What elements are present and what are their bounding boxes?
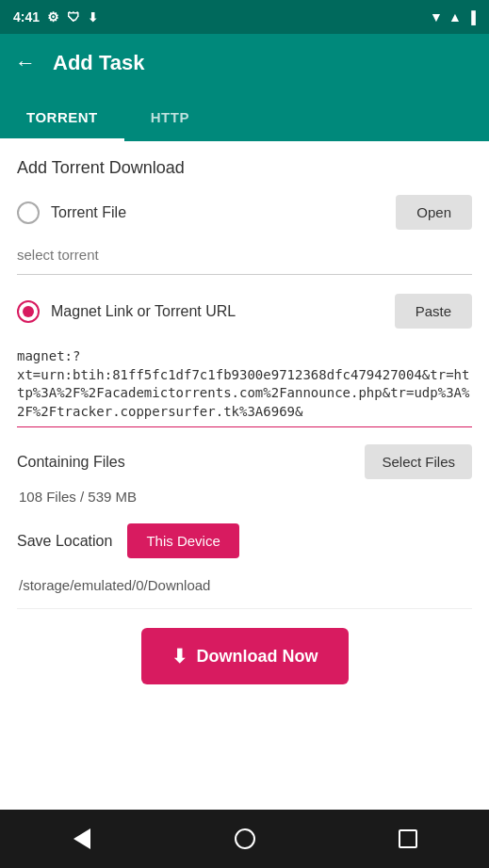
torrent-input[interactable] <box>17 243 472 266</box>
back-button[interactable]: ← <box>15 51 36 75</box>
toolbar: ← Add Task <box>0 34 489 92</box>
shield-icon: 🛡 <box>67 9 80 24</box>
download-icon: ⬇ <box>171 645 187 667</box>
save-location-row: Save Location This Device <box>17 523 472 558</box>
time-display: 4:41 <box>13 9 40 24</box>
back-triangle-icon <box>73 828 90 849</box>
download-now-button[interactable]: ⬇ Download Now <box>141 628 349 684</box>
torrent-file-option-row: Torrent File Open <box>17 195 472 230</box>
section-title: Add Torrent Download <box>17 158 472 178</box>
torrent-input-wrapper <box>17 243 472 275</box>
bottom-nav <box>0 810 489 868</box>
toolbar-title: Add Task <box>53 51 144 75</box>
tab-http[interactable]: HTTP <box>124 92 216 141</box>
status-bar-left: 4:41 ⚙ 🛡 ⬇ <box>13 9 98 24</box>
wifi-icon: ▼ <box>430 9 443 24</box>
magnet-radio[interactable] <box>17 300 40 323</box>
save-location-label: Save Location <box>17 533 112 550</box>
torrent-file-label: Torrent File <box>51 204 126 221</box>
recents-nav-button[interactable] <box>387 818 429 860</box>
tabs-container: TORRENT HTTP <box>0 92 489 141</box>
magnet-option-row: Magnet Link or Torrent URL Paste <box>17 294 472 329</box>
magnet-option-left: Magnet Link or Torrent URL <box>17 300 236 323</box>
download-now-label: Download Now <box>197 647 318 667</box>
this-device-button[interactable]: This Device <box>127 523 238 558</box>
main-content: Add Torrent Download Torrent File Open M… <box>0 141 489 810</box>
recents-square-icon <box>399 829 417 848</box>
storage-path: /storage/emulated/0/Download <box>17 568 472 609</box>
containing-files-label: Containing Files <box>17 454 125 471</box>
magnet-input[interactable] <box>17 342 472 427</box>
battery-icon: ▐ <box>467 10 476 24</box>
magnet-radio-inner <box>23 306 34 317</box>
home-nav-button[interactable] <box>224 818 266 860</box>
signal-icon: ▲ <box>448 9 462 24</box>
paste-button[interactable]: Paste <box>395 294 472 329</box>
home-circle-icon <box>235 828 255 849</box>
download-btn-wrapper: ⬇ Download Now <box>17 628 472 684</box>
status-bar: 4:41 ⚙ 🛡 ⬇ ▼ ▲ ▐ <box>0 0 489 34</box>
back-nav-button[interactable] <box>61 818 103 860</box>
status-bar-right: ▼ ▲ ▐ <box>430 9 476 24</box>
download-status-icon: ⬇ <box>88 10 98 24</box>
torrent-file-radio[interactable] <box>17 201 40 224</box>
containing-files-row: Containing Files Select Files <box>17 444 472 479</box>
files-info: 108 Files / 539 MB <box>17 489 472 505</box>
tab-torrent[interactable]: TORRENT <box>0 92 124 141</box>
torrent-file-option-left: Torrent File <box>17 201 126 224</box>
select-files-button[interactable]: Select Files <box>365 444 472 479</box>
magnet-option-label: Magnet Link or Torrent URL <box>51 303 236 320</box>
settings-icon: ⚙ <box>47 9 59 24</box>
open-button[interactable]: Open <box>396 195 472 230</box>
